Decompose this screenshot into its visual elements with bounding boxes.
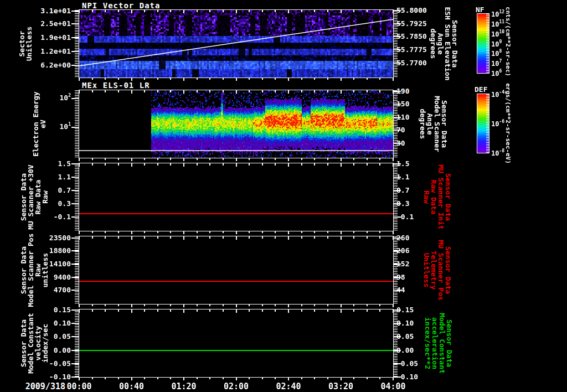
x-tick-bottom (341, 158, 342, 161)
x-tick-top (79, 310, 80, 313)
y-major-tick-left (71, 264, 79, 265)
x-tick-top (79, 10, 80, 13)
x-tick-top (197, 310, 198, 312)
x-tick-top (353, 10, 354, 12)
x-tick-bottom (275, 231, 276, 233)
x-tick-top (144, 163, 145, 166)
y-tick-label: 6.2e+00 (16, 61, 71, 69)
x-tick-top (379, 10, 380, 12)
x-tick-bottom (275, 78, 276, 80)
x-tick-top (183, 90, 184, 94)
x-tick-bottom (118, 158, 119, 160)
x-tick-top (170, 236, 171, 239)
colorbar-tick-label: 1011 (491, 20, 504, 28)
x-tick-top (314, 163, 315, 166)
x-tick-bottom (157, 377, 158, 379)
y-major-tick-left (71, 310, 79, 311)
x-tick-top (223, 310, 224, 312)
x-tick-top (341, 236, 342, 240)
x-tick-bottom (367, 377, 368, 379)
x-tick-bottom (157, 78, 158, 80)
y-minor-ticks-left (75, 236, 79, 304)
x-tick-top (236, 10, 237, 13)
x-tick-bottom (288, 304, 289, 307)
x-tick-top (209, 90, 210, 92)
x-tick-bottom (79, 158, 80, 161)
x-tick-bottom (393, 304, 394, 307)
y-axis-label-0: Sector Unitless (18, 27, 33, 61)
colorbar-tick-label: 10-4 (491, 90, 504, 99)
x-tick-top (236, 310, 237, 313)
x-tick-top (249, 236, 250, 239)
x-tick-top (92, 90, 93, 92)
x-tick-bottom (79, 304, 80, 307)
x-tick-top (367, 163, 368, 166)
right-axis-label-2: Sensor Data MU Scanner Init Raw Data Raw (423, 164, 452, 229)
x-tick-top (275, 10, 276, 12)
y-tick-label-exp: 102 (48, 94, 71, 102)
x-tick-bottom (288, 78, 289, 81)
x-tick-top (223, 236, 224, 239)
x-tick-top (275, 90, 276, 92)
x-tick-bottom (92, 304, 93, 306)
x-tick-top (275, 310, 276, 312)
x-tick-bottom (118, 78, 119, 80)
x-tick-top (327, 310, 328, 312)
x-tick-bottom (118, 304, 119, 306)
x-tick-bottom (223, 304, 224, 306)
colorbar-minor-ticks (486, 14, 489, 73)
x-tick-bottom (301, 78, 302, 80)
x-tick-bottom (197, 78, 198, 80)
x-tick-bottom (197, 231, 198, 233)
y-major-tick-left (71, 177, 79, 178)
x-tick-bottom (144, 158, 145, 160)
panel-3 (79, 236, 394, 305)
x-tick-bottom (341, 377, 342, 380)
x-tick-top (197, 90, 198, 92)
x-tick-top (314, 90, 315, 92)
x-tick-bottom (262, 377, 263, 379)
y-major-tick-left (71, 363, 79, 364)
x-tick-bottom (249, 158, 250, 160)
x-tick-top (367, 90, 368, 92)
x-tick-top (353, 163, 354, 166)
x-tick-bottom (144, 377, 145, 379)
x-tick-top (367, 310, 368, 312)
x-tick-top (118, 163, 119, 166)
x-tick-top (223, 163, 224, 166)
x-tick-top (144, 310, 145, 312)
y-axis-label-3: Sensor Data Model Scanner Pos Raw unitle… (20, 233, 49, 307)
x-tick-bottom (367, 158, 368, 160)
x-tick-top (144, 236, 145, 239)
x-tick-top (301, 236, 302, 239)
right-tick-label: -0.10 (396, 373, 446, 381)
x-tick-bottom (236, 377, 237, 380)
x-tick-bottom (301, 231, 302, 233)
x-tick-bottom (327, 377, 328, 379)
y-major-tick-left (71, 323, 79, 324)
x-tick-top (301, 10, 302, 12)
x-tick-bottom (170, 231, 171, 233)
x-tick-top (288, 310, 289, 313)
x-tick-top (105, 236, 106, 239)
x-tick-bottom (197, 304, 198, 306)
x-tick-top (262, 236, 263, 239)
x-tick-top (341, 90, 342, 94)
x-tick-top (301, 90, 302, 92)
spectrogram-npi (79, 10, 393, 78)
x-tick-top (131, 236, 132, 240)
y-major-tick-left (71, 65, 79, 66)
x-tick-bottom (223, 377, 224, 379)
x-tick-top (209, 10, 210, 12)
x-tick-top (236, 163, 237, 167)
x-tick-top (327, 163, 328, 166)
y-major-tick-left (71, 11, 79, 12)
x-tick-top (341, 10, 342, 13)
x-tick-bottom (223, 78, 224, 80)
x-tick-bottom (379, 377, 380, 379)
panel-1 (79, 90, 394, 158)
x-tick-top (170, 163, 171, 166)
x-tick-top (170, 90, 171, 92)
x-tick-top (92, 163, 93, 166)
y-tick-label: -0.10 (16, 373, 71, 381)
